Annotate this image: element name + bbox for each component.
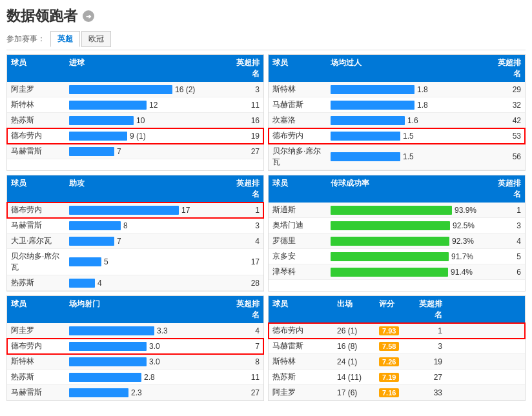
table-row: 阿圭罗 16 (2) 3 xyxy=(7,82,263,97)
table-row-highlighted: 德布劳内 9 (1) 19 xyxy=(7,128,263,144)
shots-section: 球员 场均射门 英超排名 阿圭罗 3.3 4 德布劳内 3.0 7 斯特林 3.… xyxy=(6,295,264,401)
table-row-highlighted: 德布劳内 1.5 53 xyxy=(269,128,525,144)
table-row: 罗德里 92.3% 4 xyxy=(269,233,525,249)
table-row: 斯特林 3.0 8 xyxy=(7,354,263,370)
tab-champions-league[interactable]: 欧冠 xyxy=(81,31,111,47)
assists-section: 球员 助攻 英超排名 德布劳内 17 1 马赫雷斯 8 3 大卫·席尔瓦 7 4… xyxy=(6,175,264,292)
table-row: 马赫雷斯 2.3 27 xyxy=(7,385,263,401)
table-row: 马赫雷斯 8 3 xyxy=(7,218,263,233)
table-row: 阿圭罗 3.3 4 xyxy=(7,323,263,339)
tabs-label: 参加赛事： xyxy=(6,34,45,45)
table-row: 马赫雷斯 1.8 32 xyxy=(269,97,525,113)
table-row: 坎塞洛 1.6 42 xyxy=(269,113,525,128)
table-row: 贝尔纳多·席尔瓦 5 17 xyxy=(7,249,263,275)
ratings-section: 球员 出场 评分 英超排名 德布劳内 26 (1) 7.93 1 马赫雷斯 16… xyxy=(268,295,526,401)
tab-premier-league[interactable]: 英超 xyxy=(50,31,80,47)
table-row: 斯特林 24 (1) 7.26 19 xyxy=(269,354,525,370)
table-row: 热苏斯 14 (11) 7.19 27 xyxy=(269,370,525,385)
goals-section: 球员 进球 英超排名 阿圭罗 16 (2) 3 斯特林 12 11 热苏斯 10… xyxy=(6,54,264,171)
page-title: 数据领跑者 ➔ xyxy=(6,6,526,26)
table-row: 阿圭罗 17 (6) 7.16 33 xyxy=(269,385,525,401)
table-row-highlighted: 德布劳内 3.0 7 xyxy=(7,339,263,354)
table-row: 斯特林 1.8 29 xyxy=(269,82,525,97)
tabs-row: 参加赛事： 英超 欧冠 xyxy=(6,31,526,50)
table-row: 热苏斯 2.8 11 xyxy=(7,370,263,385)
main-grid: 球员 进球 英超排名 阿圭罗 16 (2) 3 斯特林 12 11 热苏斯 10… xyxy=(6,54,526,401)
goals-col-player: 球员 xyxy=(7,55,65,82)
table-row: 贝尔纳多·席尔瓦 1.5 56 xyxy=(269,144,525,170)
table-row: 奥塔门迪 92.5% 3 xyxy=(269,218,525,233)
shots-header: 球员 场均射门 英超排名 xyxy=(7,296,263,323)
passing-header: 球员 传球成功率 英超排名 xyxy=(269,175,525,203)
table-row: 斯特林 12 11 xyxy=(7,97,263,113)
table-row: 大卫·席尔瓦 7 4 xyxy=(7,233,263,249)
goals-col-stat: 进球 xyxy=(65,55,228,82)
dribbles-section: 球员 场均过人 英超排名 斯特林 1.8 29 马赫雷斯 1.8 32 坎塞洛 … xyxy=(268,54,526,171)
table-row: 马赫雷斯 16 (8) 7.58 3 xyxy=(269,339,525,354)
table-row-highlighted: 德布劳内 26 (1) 7.93 1 xyxy=(269,323,525,339)
assists-header: 球员 助攻 英超排名 xyxy=(7,175,263,203)
dribbles-header: 球员 场均过人 英超排名 xyxy=(269,55,525,82)
ratings-header: 球员 出场 评分 英超排名 xyxy=(269,296,525,323)
table-row: 热苏斯 10 16 xyxy=(7,113,263,128)
goals-header: 球员 进球 英超排名 xyxy=(7,55,263,82)
table-row-highlighted: 德布劳内 17 1 xyxy=(7,203,263,218)
arrow-icon[interactable]: ➔ xyxy=(83,10,94,22)
table-row: 马赫雷斯 7 27 xyxy=(7,144,263,159)
table-row: 京多安 91.7% 5 xyxy=(269,249,525,264)
table-row: 热苏斯 4 28 xyxy=(7,275,263,291)
title-text: 数据领跑者 xyxy=(6,6,77,26)
table-row: 津琴科 91.4% 6 xyxy=(269,264,525,280)
goals-col-rank: 英超排名 xyxy=(228,55,263,82)
table-row: 斯通斯 93.9% 1 xyxy=(269,203,525,218)
passing-section: 球员 传球成功率 英超排名 斯通斯 93.9% 1 奥塔门迪 92.5% 3 罗… xyxy=(268,175,526,292)
